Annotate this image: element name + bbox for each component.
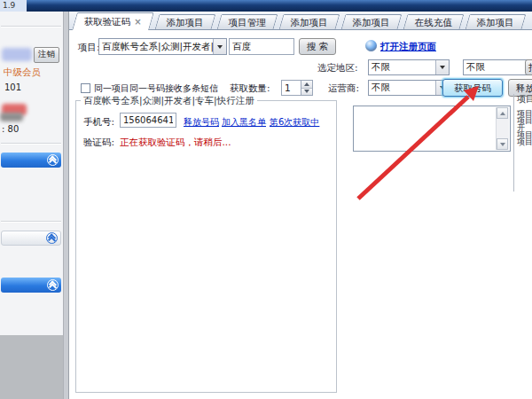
censored-label [0,113,23,121]
collapse-panel-header[interactable] [1,278,61,293]
quantity-label: 获取数量: [230,82,270,95]
tab-get-verification-code[interactable]: 获取验证码× [72,12,154,30]
code-status-text: 正在获取验证码，请稍后... [120,137,231,149]
collapse-up-icon [47,154,59,166]
project-info-panel: 项目 项目 项目 开 项目 项目 [513,94,532,192]
collapse-up-icon [47,279,59,291]
window-title: 1.9 [0,0,27,12]
collapse-panel-header[interactable] [1,153,61,168]
region-label: 选定地区: [317,62,358,74]
sidebar: 注销 中级会员 101 : 80 [0,12,63,335]
spinner-down-icon[interactable] [301,88,312,96]
title-bar [0,0,532,12]
browser-globe-icon [365,40,377,51]
stat-value: 101 [4,82,21,92]
tab-bar: 获取验证码× 添加项目 项目管理 添加项目 添加项目 在线充值 添加项目 [69,12,532,30]
tab-project-management[interactable]: 项目管理 [216,14,278,29]
window-background [0,335,63,399]
scroll-down-icon[interactable] [497,138,508,150]
sidebar-divider [1,26,61,27]
partial-button-right[interactable]: 指 [525,59,532,75]
fetch-count-link[interactable]: 第6次获取中 [270,116,319,129]
register-groupbox-title: 百度帐号全系|众测|开发者|专车|快行注册 [81,95,257,107]
member-level-label: 中级会员 [4,66,41,79]
phone-input[interactable] [120,113,176,128]
code-label: 验证码: [83,137,114,149]
collapse-panel-header[interactable] [1,231,61,246]
chevron-down-icon [213,39,226,54]
register-groupbox: 百度帐号全系|众测|开发者|专车|快行注册 手机号: 释放号码 加入黑名单 第6… [75,100,337,393]
multi-sms-checkbox[interactable] [81,83,90,93]
listbox-scrollbar[interactable] [496,107,509,150]
tab-add-project-4[interactable]: 添加项目 [465,14,526,29]
spinner-up-icon[interactable] [301,81,312,88]
scroll-up-icon[interactable] [497,107,508,119]
censored-username [2,48,32,61]
carrier-label: 运营商: [328,82,359,95]
result-listbox[interactable] [353,106,511,152]
region-select-2[interactable]: 不限 [463,59,532,75]
search-button[interactable]: 搜 索 [299,38,336,55]
tab-add-project-2[interactable]: 添加项目 [278,14,340,29]
points-value: : 80 [2,124,19,134]
logout-button[interactable]: 注销 [34,47,59,63]
chevron-down-icon [435,60,449,74]
sidebar-divider [1,221,61,223]
quantity-stepper[interactable] [281,80,313,96]
multi-sms-label: 同一项目同一号码接收多条短信 [94,82,218,95]
get-number-button[interactable]: 获取号码 [442,79,503,97]
add-blacklist-link[interactable]: 加入黑名单 [222,116,266,129]
project-info-heading: 项目 [517,94,532,105]
sidebar-divider [1,143,61,145]
tab-close-icon[interactable]: × [134,17,141,27]
open-register-page-link[interactable]: 打开注册页面 [380,41,436,53]
project-info-line: 项目 [517,138,532,145]
tab-add-project-1[interactable]: 添加项目 [154,14,215,29]
sidebar-splitter[interactable] [63,12,69,399]
project-select[interactable]: 百度帐号全系|众测|开发者|专车 [98,38,227,55]
keyword-input[interactable] [229,38,294,55]
release-number-link[interactable]: 释放号码 [184,116,219,129]
tab-add-project-3[interactable]: 添加项目 [340,14,402,29]
project-label: 项目: [78,42,100,54]
quantity-input[interactable] [281,80,301,96]
tab-online-recharge[interactable]: 在线充值 [403,14,464,29]
phone-label: 手机号: [83,116,114,129]
region-select-1[interactable]: 不限 [368,59,450,75]
carrier-select[interactable]: 不限 [368,80,450,96]
collapse-up-icon [46,232,58,244]
app-window: 1.9 注销 中级会员 101 : 80 获取验证码× 添加项目 项目管理 添加… [0,0,532,399]
main-panel: 项目: 百度帐号全系|众测|开发者|专车 搜 索 打开注册页面 选定地区: 不限… [69,30,532,399]
